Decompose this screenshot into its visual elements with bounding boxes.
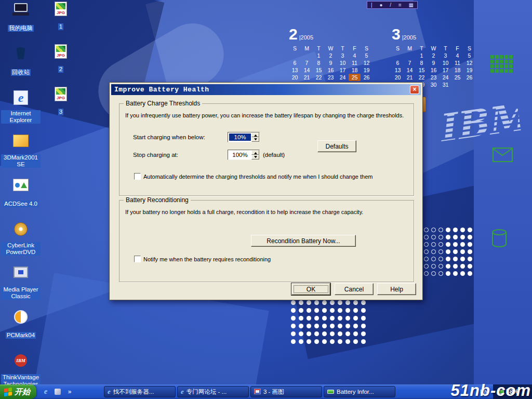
svg-text:IBM: IBM — [435, 94, 523, 151]
calendar-day: 12 — [361, 59, 373, 66]
spin-down-icon[interactable] — [251, 155, 259, 159]
calendar-2005-2: 2|2005SMTWTFS123456789101112131415161718… — [289, 25, 375, 88]
internet-explorer-quick-launch[interactable]: e — [42, 388, 50, 396]
calendar-day — [301, 52, 313, 59]
desktop-wallpaper: |●/≡▦ IBM 2|2005SMTWTFS12345678910111213… — [0, 0, 532, 399]
calendar-day: 10 — [337, 59, 349, 66]
desktop-icon-my-computer[interactable]: 我的电脑 — [1, 3, 41, 45]
notify-reconditioning-checkbox-label: Notify me when the battery requires reco… — [143, 256, 271, 262]
desktop-icon-jpg-1[interactable]: JPG1 — [44, 2, 78, 44]
start-threshold-spinner[interactable]: 10% — [228, 132, 260, 142]
task-label: 3 - 画图 — [263, 388, 284, 396]
calendar-day: 13 — [392, 66, 404, 74]
start-button[interactable]: 开始 — [0, 384, 36, 399]
taskbar-task-paint[interactable]: 3 - 画图 — [250, 386, 322, 397]
pen-icon: / — [390, 2, 391, 8]
start-button-label: 开始 — [15, 387, 30, 397]
close-icon[interactable]: × — [410, 85, 419, 94]
quick-launch-bar: e» — [36, 384, 79, 399]
calendar-day: 15 — [416, 66, 428, 74]
start-threshold-value[interactable]: 10% — [229, 134, 251, 141]
desktop-icon-powerdvd[interactable]: CyberLink PowerDVD — [1, 222, 41, 264]
spin-down-icon[interactable] — [251, 137, 259, 142]
calendar-day: 9 — [325, 59, 337, 66]
calendar-day: 24 — [337, 74, 349, 81]
media-player-quick-launch[interactable] — [54, 388, 62, 396]
media-player-classic-icon — [1, 267, 41, 286]
desktop-icon-acdsee[interactable]: ACDSee 4.0 — [1, 179, 41, 221]
taskbar-task-buttons: e找不到服务器...e专门网论坛 - ...3 - 画图Battery Info… — [104, 386, 395, 397]
calendar-day — [463, 81, 475, 88]
acdsee-icon — [1, 179, 41, 198]
desktop-icon-media-player-classic[interactable]: Media Player Classic — [1, 267, 41, 309]
watermark: 51nb-com — [451, 381, 531, 399]
calendar-day-of-week: M — [301, 45, 313, 52]
calendar-day: 1 — [313, 52, 325, 59]
auto-determine-checkbox[interactable] — [134, 173, 141, 180]
desktop-icon-label: 3DMark2001 SE — [1, 154, 41, 168]
calendar-day: 19 — [463, 66, 475, 74]
desktop-icon-pcmark[interactable]: PCMark04 — [1, 310, 41, 352]
ok-button[interactable]: OK — [291, 283, 330, 295]
help-button[interactable]: Help — [377, 283, 416, 295]
cancel-button[interactable]: Cancel — [335, 283, 374, 295]
internet-explorer-icon: e — [108, 388, 111, 396]
calendar-month: 2 — [289, 25, 298, 43]
calendar-day: 23 — [325, 74, 337, 81]
dialog-title: Improve Battery Health — [114, 86, 410, 94]
calendar-day-of-week: S — [392, 45, 404, 52]
desktop-icon-3dmark[interactable]: 3DMark2001 SE — [1, 135, 41, 177]
calendar-day: 9 — [428, 59, 440, 66]
desktop-icon-internet-explorer[interactable]: eInternet Explorer — [1, 90, 41, 132]
calendar-year: |2005 — [402, 34, 416, 41]
calendar-day: 20 — [289, 74, 301, 81]
calendar-day — [404, 52, 416, 59]
spin-up-icon[interactable] — [251, 150, 259, 155]
thinkpad-button-bar: |●/≡▦ — [367, 1, 418, 9]
calendar-day: 15 — [313, 66, 325, 74]
calendar-day: 11 — [451, 59, 463, 66]
thinkvantage-icon: IBM — [1, 354, 41, 374]
calendar-month: 3 — [392, 25, 401, 43]
calendar-day: 3 — [440, 52, 451, 59]
taskbar-task-internet-explorer[interactable]: e找不到服务器... — [104, 386, 176, 397]
desktop-icon-label: CyberLink PowerDVD — [1, 242, 41, 256]
pcmark-icon — [1, 310, 41, 330]
stop-threshold-value[interactable]: 100% — [229, 151, 251, 158]
notify-reconditioning-checkbox[interactable] — [134, 256, 141, 262]
calendar-day: 8 — [416, 59, 428, 66]
recycle-bin-icon — [1, 47, 41, 67]
desktop-icon-recycle-bin[interactable]: 回收站 — [1, 47, 41, 89]
taskbar-task-battery[interactable]: Battery Infor... — [324, 386, 395, 397]
stop-threshold-spinner[interactable]: 100% — [228, 150, 260, 160]
calendar-2005-3: 3|2005SMTWTFS123456789101112131415161718… — [392, 25, 478, 88]
calendar-day: 6 — [392, 59, 404, 66]
calendar-header: 2|2005 — [289, 25, 375, 45]
desktop-icon-label: 2 — [58, 66, 63, 73]
recondition-battery-now-button[interactable]: Recondition Battery Now... — [251, 235, 356, 247]
calendar-day — [289, 52, 301, 59]
desktop-icon-label: ACDSee 4.0 — [3, 201, 38, 207]
calendar-day: 26 — [361, 74, 373, 81]
desktop-icon-jpg-2[interactable]: JPG2 — [44, 44, 78, 86]
calendar-day: 5 — [361, 52, 373, 59]
menu-icon: ≡ — [398, 2, 402, 8]
quick-launch-chevron[interactable]: » — [65, 388, 74, 396]
calendar-day — [451, 81, 463, 88]
task-label: 专门网论坛 - ... — [187, 388, 227, 396]
calendar-day: 17 — [440, 66, 451, 74]
desktop-icon-jpg-3[interactable]: JPG3 — [44, 87, 78, 129]
default-note: (default) — [263, 152, 285, 158]
defaults-button[interactable]: Defaults — [317, 140, 356, 152]
calendar-day: 26 — [463, 74, 475, 81]
calendar-header: 3|2005 — [392, 25, 478, 45]
dialog-titlebar[interactable]: Improve Battery Health × — [111, 84, 421, 95]
spin-up-icon[interactable] — [251, 132, 259, 137]
stop-charging-label: Stop charging at: — [133, 152, 178, 158]
calendar-day: 22 — [416, 74, 428, 81]
desktop-icon-column-1: 我的电脑回收站eInternet Explorer3DMark2001 SEAC… — [1, 2, 41, 396]
internet-explorer-icon: e — [181, 388, 184, 396]
calendar-day: 7 — [404, 59, 416, 66]
taskbar-task-internet-explorer[interactable]: e专门网论坛 - ... — [177, 386, 249, 397]
start-charging-label: Start charging when below: — [133, 134, 205, 140]
